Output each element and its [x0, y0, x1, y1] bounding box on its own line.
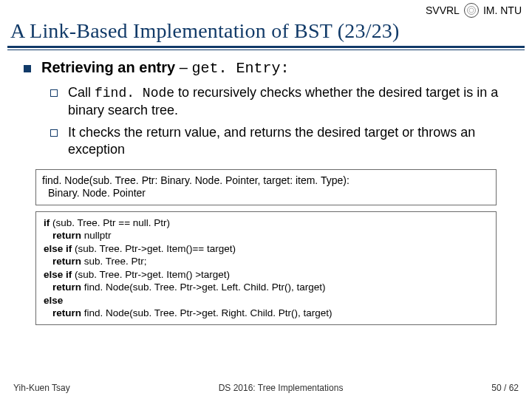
footer: Yih-Kuen Tsay DS 2016: Tree Implementati…: [0, 383, 532, 393]
title-rule-thin: [7, 50, 525, 50]
bullet2a-text: Call find. Node to recursively checks wh…: [68, 84, 511, 120]
square-outline-bullet-icon: [50, 89, 58, 97]
svg-point-1: [469, 8, 474, 13]
bullet-level1: Retrieving an entry – get. Entry:: [24, 59, 511, 77]
code-line: if (sub. Tree. Ptr == null. Ptr): [44, 216, 488, 230]
slide-content: Retrieving an entry – get. Entry: Call f…: [0, 59, 532, 325]
bullet2b-text: It checks the return value, and returns …: [68, 124, 511, 159]
code-line: else if (sub. Tree. Ptr->get. Item() >ta…: [44, 268, 488, 282]
svg-point-0: [467, 7, 475, 15]
footer-page: 50 / 62: [491, 383, 519, 393]
slide-title: A Link-Based Implementation of BST (23/2…: [0, 19, 532, 46]
institution-logo: [464, 3, 479, 18]
code-line: return find. Node(sub. Tree. Ptr->get. R…: [44, 307, 488, 320]
square-bullet-icon: [24, 65, 31, 72]
code-line: return find. Node(sub. Tree. Ptr->get. L…: [44, 281, 488, 294]
title-rule-thick: [7, 46, 525, 48]
footer-author: Yih-Kuen Tsay: [13, 383, 70, 393]
institution-label: IM. NTU: [483, 4, 522, 16]
code-line: return nullptr: [44, 229, 488, 242]
header-bar: SVVRL IM. NTU: [0, 0, 532, 19]
code-line: return sub. Tree. Ptr;: [44, 255, 488, 268]
footer-course: DS 2016: Tree Implementations: [219, 383, 344, 393]
sig-line1: find. Node(sub. Tree. Ptr: Binary. Node.…: [42, 174, 490, 188]
code-line: else: [44, 294, 488, 307]
org-label: SVVRL: [426, 4, 460, 16]
pseudocode-box: if (sub. Tree. Ptr == null. Ptr) return …: [35, 211, 497, 325]
bullet-level2: It checks the return value, and returns …: [50, 124, 511, 159]
square-outline-bullet-icon: [50, 129, 58, 137]
signature-box: find. Node(sub. Tree. Ptr: Binary. Node.…: [35, 169, 497, 205]
bullet-level2: Call find. Node to recursively checks wh…: [50, 84, 511, 120]
bullet1-text: Retrieving an entry – get. Entry:: [41, 59, 289, 77]
code-line: else if (sub. Tree. Ptr->get. Item()== t…: [44, 242, 488, 256]
sig-line2: Binary. Node. Pointer: [42, 187, 490, 200]
